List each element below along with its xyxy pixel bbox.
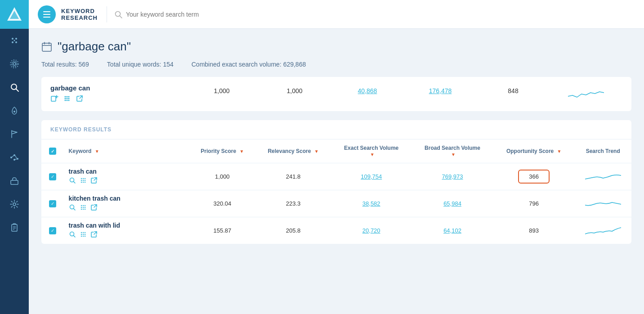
sidebar-item-analytics[interactable] [0,52,29,76]
svg-line-66 [94,205,97,207]
search-trend-cell [574,217,631,244]
svg-point-74 [84,234,85,235]
sidebar-item-launch[interactable] [0,99,29,122]
opportunity-sort-icon: ▼ [557,149,562,154]
col-header-opportunity[interactable]: Opportunity Score ▼ [493,139,574,163]
grid-kw-icon[interactable] [80,204,87,212]
keyword-cell: kitchen trash can [64,190,189,217]
main-exact-search-volume[interactable]: 40,868 [331,87,404,101]
search-input[interactable] [126,11,261,18]
priority-sort-icon: ▼ [239,149,244,154]
menu-button[interactable] [38,5,56,23]
dots-grid-icon[interactable] [63,94,71,104]
keyword-table: Keyword ▼ Priority Score ▼ Relevancy Sco… [41,139,631,244]
col-header-keyword[interactable]: Keyword ▼ [64,139,189,163]
search-trend-cell [574,163,631,190]
table-header-row: Keyword ▼ Priority Score ▼ Relevancy Sco… [41,139,631,163]
main-keyword-metrics: 1,000 1,000 40,868 176,478 848 [185,87,622,101]
grid-kw-icon[interactable] [80,231,87,239]
broad-sort-icon: ▼ [451,152,456,157]
row-checkbox-cell [41,217,64,244]
search-kw-icon[interactable] [69,204,76,212]
sidebar-item-clipboard[interactable] [0,216,29,239]
svg-point-8 [12,61,17,67]
main-broad-search-volume[interactable]: 176,478 [404,87,477,101]
priority-score-cell: 1,000 [189,163,255,190]
col-header-trend: Search Trend [574,139,631,163]
svg-point-57 [80,205,81,206]
broad-search-volume-cell[interactable]: 65,984 [411,190,493,217]
search-trend-cell [574,190,631,217]
row-checkbox[interactable] [49,173,56,180]
relevancy-score-cell: 241.8 [255,163,331,190]
sidebar-item-settings[interactable] [0,193,29,216]
svg-line-42 [80,96,82,99]
priority-score-cell: 320.04 [189,190,255,217]
main-relevancy-score: 1,000 [258,87,331,101]
keyword-name: trash can with lid [69,222,185,229]
row-checkbox[interactable] [49,227,56,234]
main-priority-score: 1,000 [185,87,258,101]
col-header-broad[interactable]: Broad Search Volume ▼ [411,139,493,163]
svg-line-27 [120,16,122,18]
svg-point-41 [68,100,70,101]
exact-search-volume-cell[interactable]: 20,720 [331,217,411,244]
svg-point-48 [80,180,81,181]
sidebar-item-box[interactable] [0,169,29,193]
keyword-row-icons [69,177,185,185]
svg-point-36 [65,98,66,99]
search-kw-icon[interactable] [69,177,76,185]
main-opportunity-score: 848 [477,87,550,101]
col-header-relevancy[interactable]: Relevancy Score ▼ [255,139,331,163]
exact-search-volume-cell[interactable]: 38,582 [331,190,411,217]
relevancy-score-cell: 205.8 [255,217,331,244]
svg-point-35 [68,96,70,98]
sidebar-item-graph[interactable] [0,146,29,169]
row-checkbox[interactable] [49,200,56,207]
svg-point-15 [17,158,18,160]
topbar-divider [107,6,107,22]
col-header-exact[interactable]: Exact Search Volume ▼ [331,139,411,163]
svg-point-53 [84,182,85,183]
svg-point-45 [80,178,81,179]
svg-point-7 [13,63,16,65]
svg-point-62 [84,207,85,208]
exact-search-volume-cell[interactable]: 109,754 [331,163,411,190]
svg-point-37 [67,98,68,99]
external-link-icon[interactable] [76,94,84,104]
broad-search-volume-cell[interactable]: 64,102 [411,217,493,244]
grid-kw-icon[interactable] [80,177,87,185]
main-trend [550,87,622,101]
svg-point-21 [13,203,16,206]
svg-point-47 [84,178,85,179]
external-kw-icon[interactable] [90,177,98,185]
keyword-name: trash can [69,168,185,175]
svg-line-54 [94,178,97,180]
external-kw-icon[interactable] [90,204,98,212]
svg-point-2 [12,38,13,40]
row-checkbox-cell [41,190,64,217]
main-content: "garbage can" Total results: 569 Total u… [29,29,644,314]
svg-rect-32 [51,96,56,101]
search-kw-icon[interactable] [69,231,76,239]
svg-point-40 [67,100,68,101]
sidebar-item-dashboard[interactable] [0,29,29,52]
add-to-list-icon[interactable] [50,94,58,104]
svg-point-69 [80,232,81,233]
keyword-cell: trash can with lid [64,217,189,244]
external-kw-icon[interactable] [90,231,98,239]
broad-search-volume-cell[interactable]: 769,973 [411,163,493,190]
select-all-checkbox[interactable] [49,148,56,155]
svg-point-38 [68,98,70,99]
main-keyword-info: garbage can [50,84,185,104]
keyword-row-icons [69,204,185,212]
col-header-priority[interactable]: Priority Score ▼ [189,139,255,163]
keyword-name: kitchen trash can [69,195,185,202]
trend-chart [585,196,621,210]
sidebar-item-search[interactable] [0,76,29,99]
sidebar-logo[interactable] [0,0,29,29]
sidebar-item-flag[interactable] [0,122,29,146]
calendar-icon [41,41,52,52]
select-all-header[interactable] [41,139,64,163]
svg-line-56 [73,209,75,211]
